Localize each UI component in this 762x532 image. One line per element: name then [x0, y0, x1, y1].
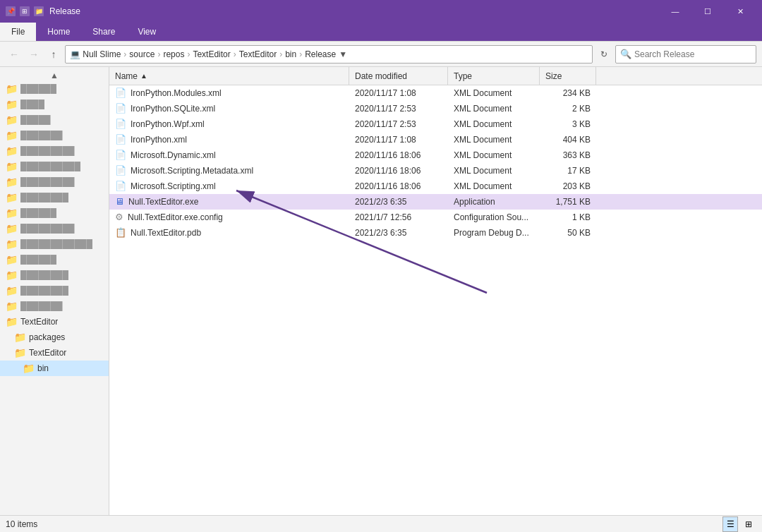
sidebar-item-6[interactable]: 📁 █████████: [0, 174, 109, 190]
view-details-button[interactable]: ☰: [722, 516, 738, 532]
file-icon: 📄: [115, 181, 126, 191]
sidebar-item-texteditor[interactable]: 📁 TextEditor: [0, 314, 109, 330]
sidebar-scroll-up[interactable]: ▲: [0, 70, 109, 81]
col-header-date[interactable]: Date modified: [349, 67, 448, 85]
folder-icon: 📁: [6, 192, 18, 203]
sidebar-label-13: ████████: [20, 286, 68, 296]
filelist: Name ▲ Date modified Type Size 📄 IronPyt…: [109, 67, 762, 515]
refresh-button[interactable]: ↻: [595, 46, 612, 63]
file-type: XML Document: [448, 150, 540, 160]
tab-file[interactable]: File: [0, 23, 36, 41]
file-name: Microsoft.Scripting.xml: [131, 181, 216, 191]
file-size: 50 KB: [540, 228, 596, 238]
file-type: XML Document: [448, 119, 540, 129]
col-header-name[interactable]: Name ▲: [109, 67, 349, 85]
tab-share[interactable]: Share: [81, 23, 126, 41]
col-header-type[interactable]: Type: [448, 67, 540, 85]
sidebar-label-3: ███████: [20, 131, 63, 140]
search-input[interactable]: [634, 49, 751, 59]
sidebar-item-12[interactable]: 📁 ████████: [0, 267, 109, 283]
tab-view[interactable]: View: [126, 23, 167, 41]
sidebar-item-2[interactable]: 📁 █████: [0, 112, 109, 128]
table-row[interactable]: 📄 Microsoft.Scripting.Metadata.xml 2020/…: [109, 163, 762, 179]
table-row[interactable]: 📄 IronPython.Modules.xml 2020/11/17 1:08…: [109, 85, 762, 101]
sidebar-item-bin[interactable]: 📁 bin: [0, 361, 109, 376]
close-button[interactable]: ✕: [724, 0, 756, 23]
file-icon: 🖥: [115, 196, 124, 207]
sidebar-item-14[interactable]: 📁 ███████: [0, 298, 109, 314]
file-size: 3 KB: [540, 119, 596, 129]
tab-home[interactable]: Home: [36, 23, 81, 41]
file-date: 2020/11/17 1:08: [349, 88, 448, 98]
file-type: XML Document: [448, 88, 540, 98]
view-large-icons-button[interactable]: ⊞: [741, 516, 756, 532]
sidebar-label-texteditor: TextEditor: [20, 317, 58, 327]
folder-icon: 📁: [6, 114, 18, 126]
table-row[interactable]: 📄 IronPython.Wpf.xml 2020/11/17 2:53 XML…: [109, 116, 762, 132]
file-size: 234 KB: [540, 88, 596, 98]
folder-icon: 📁: [6, 270, 18, 281]
titlebar-system-icons: 📌 ⊞ 📁: [6, 6, 44, 16]
folder-icon: 📁: [14, 332, 26, 343]
sidebar-item-10[interactable]: 📁 ████████████: [0, 236, 109, 252]
file-type: Configuration Sou...: [448, 212, 540, 222]
file-icon: 📄: [115, 150, 126, 160]
sidebar-item-1[interactable]: 📁 ████: [0, 97, 109, 112]
breadcrumb-item-1: 💻 Null Slime: [70, 49, 121, 59]
table-row[interactable]: 📄 IronPython.SQLite.xml 2020/11/17 2:53 …: [109, 101, 762, 116]
file-name: Microsoft.Scripting.Metadata.xml: [131, 166, 253, 176]
file-name: IronPython.xml: [131, 135, 187, 145]
folder-icon: 📁: [6, 99, 18, 110]
file-date: 2021/2/3 6:35: [349, 197, 448, 207]
sidebar-item-texteditor2[interactable]: 📁 TextEditor: [0, 345, 109, 361]
file-icon: 📋: [115, 227, 126, 238]
sidebar-item-11[interactable]: 📁 ██████: [0, 252, 109, 267]
sidebar-item-0[interactable]: 📁 ██████: [0, 81, 109, 97]
window-title: Release: [49, 6, 659, 16]
table-row[interactable]: 🖥 Null.TextEditor.exe 2021/2/3 6:35 Appl…: [109, 194, 762, 210]
file-rows: 📄 IronPython.Modules.xml 2020/11/17 1:08…: [109, 85, 762, 241]
sidebar-item-4[interactable]: 📁 █████████: [0, 143, 109, 159]
file-name: Null.TextEditor.pdb: [131, 228, 201, 238]
folder-icon: 📁: [6, 254, 18, 265]
up-button[interactable]: ↑: [45, 46, 62, 63]
search-box[interactable]: 🔍: [615, 45, 756, 64]
sidebar-label-8: ██████: [20, 208, 56, 218]
sidebar-item-packages[interactable]: 📁 packages: [0, 330, 109, 345]
sort-arrow-icon: ▲: [140, 72, 147, 80]
file-size: 404 KB: [540, 135, 596, 145]
folder-icon: 📁: [34, 6, 44, 16]
breadcrumb-item-7: Release: [305, 49, 336, 59]
file-type: XML Document: [448, 166, 540, 176]
table-row[interactable]: ⚙ Null.TextEditor.exe.config 2021/1/7 12…: [109, 210, 762, 225]
minimize-button[interactable]: —: [659, 0, 691, 23]
window-controls: — ☐ ✕: [659, 0, 756, 23]
breadcrumb-sep-6: ›: [299, 49, 302, 59]
table-row[interactable]: 📋 Null.TextEditor.pdb 2021/2/3 6:35 Prog…: [109, 225, 762, 241]
table-row[interactable]: 📄 IronPython.xml 2020/11/17 1:08 XML Doc…: [109, 132, 762, 147]
breadcrumb[interactable]: 💻 Null Slime › source › repos › TextEdit…: [65, 45, 593, 64]
filelist-container: Name ▲ Date modified Type Size 📄 IronPyt…: [109, 67, 762, 515]
restore-icon: ⊞: [20, 6, 30, 16]
sidebar-item-3[interactable]: 📁 ███████: [0, 128, 109, 143]
back-button[interactable]: ←: [6, 46, 23, 63]
breadcrumb-sep-2: ›: [157, 49, 160, 59]
sidebar-item-7[interactable]: 📁 ████████: [0, 190, 109, 205]
sidebar-item-8[interactable]: 📁 ██████: [0, 205, 109, 221]
file-icon: ⚙: [115, 212, 123, 222]
status-count: 10 items: [6, 519, 37, 529]
breadcrumb-dropdown-icon[interactable]: ▼: [337, 45, 349, 64]
forward-button[interactable]: →: [25, 46, 42, 63]
maximize-button[interactable]: ☐: [691, 0, 724, 23]
col-header-size[interactable]: Size: [540, 67, 596, 85]
file-type: Program Debug D...: [448, 228, 540, 238]
sidebar-item-13[interactable]: 📁 ████████: [0, 283, 109, 298]
sidebar-item-9[interactable]: 📁 █████████: [0, 221, 109, 236]
table-row[interactable]: 📄 Microsoft.Scripting.xml 2020/11/16 18:…: [109, 179, 762, 194]
file-icon: 📄: [115, 134, 126, 145]
folder-icon: 📁: [6, 207, 18, 219]
table-row[interactable]: 📄 Microsoft.Dynamic.xml 2020/11/16 18:06…: [109, 147, 762, 163]
sidebar-item-5[interactable]: 📁 ██████████: [0, 159, 109, 174]
file-size: 1 KB: [540, 212, 596, 222]
file-size: 1,751 KB: [540, 197, 596, 207]
